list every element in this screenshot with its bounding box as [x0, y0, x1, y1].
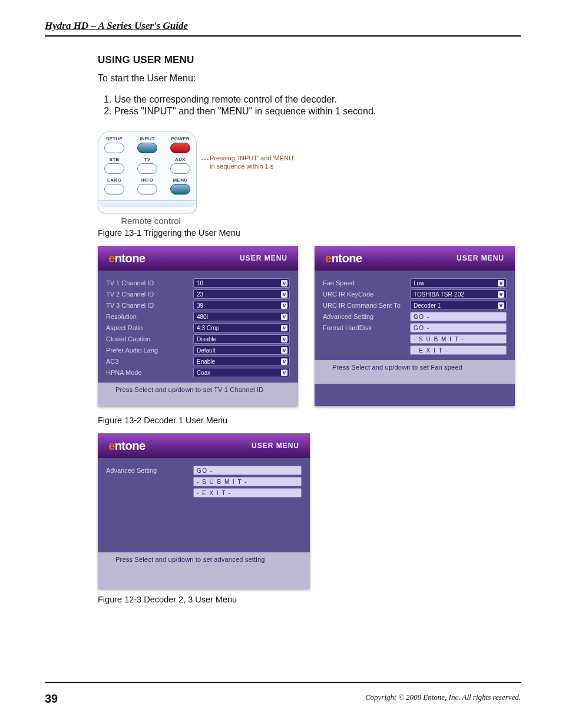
chevron-down-icon[interactable]: v	[281, 358, 287, 365]
chevron-down-icon[interactable]: v	[281, 291, 287, 298]
page-number: 39	[45, 692, 58, 706]
chevron-down-icon[interactable]: v	[498, 291, 504, 298]
user-menu-button[interactable]: - S U B M I T -	[193, 477, 302, 486]
user-menu-label: Format HardDisk	[323, 324, 404, 331]
user-menu-panel-3: entone USER MENU Advanced SettingGO -- S…	[98, 433, 310, 589]
chevron-down-icon[interactable]: v	[281, 314, 287, 320]
user-menu-row: Advanced SettingGO -	[106, 466, 302, 475]
chevron-down-icon[interactable]: v	[281, 370, 287, 376]
figure-caption: Figure 13-2 Decoder 1 User Menu	[98, 416, 515, 425]
user-menu-field[interactable]: 10v	[193, 278, 290, 288]
user-menu-field[interactable]: 39v	[193, 301, 290, 310]
footer-rule	[45, 682, 521, 683]
user-menu-row: - E X I T -	[323, 345, 507, 355]
power-button[interactable]	[170, 143, 190, 153]
remote-label: MENU	[173, 177, 188, 183]
chevron-down-icon[interactable]: v	[281, 325, 287, 331]
user-menu-row: Advanced SettingGO -	[323, 312, 507, 321]
user-menu-value: 23	[197, 291, 203, 298]
user-menu-label: Fan Speed	[323, 279, 404, 286]
user-menu-button[interactable]: GO -	[193, 466, 302, 475]
figure-caption: Figure 13-1 Triggering the User Menu	[98, 228, 515, 238]
user-menu-value: Disable	[197, 336, 216, 342]
user-menu-help: Press Select and up/down to set advanced…	[98, 552, 310, 589]
user-menu-value: Enable	[197, 358, 215, 365]
remote-label: AUX	[175, 157, 186, 162]
user-menu-button[interactable]: - E X I T -	[193, 488, 302, 498]
aux-button[interactable]	[170, 163, 190, 174]
section-intro: To start the User Menu:	[98, 73, 515, 84]
remote-label: INFO	[141, 177, 153, 183]
user-menu-value: Default	[197, 347, 216, 354]
remote-note: Pressing 'INPUT' and 'MENU' in sequence …	[210, 154, 298, 171]
user-menu-label: Prefer Audio Lang	[106, 347, 187, 354]
user-menu-help: Press Select and up/down to set Fan spee…	[315, 360, 515, 384]
user-menu-label: URC IR KeyCode	[323, 291, 404, 298]
remote-figure: SETUP INPUT POWER STB TV AUX LANG INFO M…	[98, 131, 515, 226]
user-menu-label: URC IR Command Sent To	[323, 302, 404, 309]
user-menu-field[interactable]: 4:3 Cropv	[193, 323, 290, 332]
user-menu-label: TV 2 Channel ID	[106, 291, 187, 298]
user-menu-row: TV 3 Channel ID39v	[106, 301, 290, 310]
step-item: Use the corresponding remote control of …	[114, 94, 515, 105]
tv-button[interactable]	[137, 163, 157, 174]
user-menu-value: 10	[197, 280, 203, 286]
remote-row: LANG INFO MENU	[104, 177, 190, 195]
user-menu-value: 4:3 Crop	[197, 325, 219, 331]
user-menu-field[interactable]: Decoder 1v	[410, 301, 507, 310]
user-menu-field[interactable]: 480iv	[193, 312, 290, 321]
user-menu-value: Coax	[197, 370, 210, 376]
user-menu-rows: TV 1 Channel ID10vTV 2 Channel ID23vTV 3…	[98, 271, 298, 383]
user-menu-value: 480i	[197, 314, 208, 320]
chevron-down-icon[interactable]: v	[281, 347, 287, 354]
user-menu-button[interactable]: GO -	[410, 323, 507, 332]
remote-label: POWER	[171, 136, 190, 141]
chevron-down-icon[interactable]: v	[281, 336, 287, 342]
copyright: Copyright © 2008 Entone, Inc. All rights…	[365, 693, 521, 702]
setup-button[interactable]	[104, 143, 124, 153]
user-menu-button[interactable]: - E X I T -	[410, 345, 507, 355]
info-button[interactable]	[137, 184, 157, 195]
entone-logo: entone	[108, 252, 146, 265]
user-menu-row: TV 2 Channel ID23v	[106, 289, 290, 299]
user-menu-rows: Fan SpeedLowvURC IR KeyCodeTOSHIBA TSR-2…	[315, 271, 515, 360]
lang-button[interactable]	[104, 184, 124, 195]
user-menu-row: - S U B M I T -	[106, 477, 302, 486]
user-menu-row: Closed CaptionDisablev	[106, 334, 290, 344]
chevron-down-icon[interactable]: v	[281, 302, 287, 309]
user-menu-rows: Advanced SettingGO -- S U B M I T -- E X…	[98, 458, 310, 552]
user-menu-button[interactable]: GO -	[410, 312, 507, 321]
step-item: Press "INPUT" and then "MENU" in sequenc…	[114, 106, 515, 117]
user-menu-panel-2: entone USER MENU Fan SpeedLowvURC IR Key…	[315, 246, 515, 406]
user-menu-field[interactable]: TOSHIBA TSR-202v	[410, 289, 507, 299]
user-menu-button[interactable]: - S U B M I T -	[410, 334, 507, 344]
remote-row: SETUP INPUT POWER	[104, 136, 190, 153]
user-menu-row: - S U B M I T -	[323, 334, 507, 344]
user-menu-field[interactable]: Enablev	[193, 357, 290, 366]
user-menu-row: Fan SpeedLowv	[323, 278, 507, 288]
user-menu-field[interactable]: Disablev	[193, 334, 290, 344]
user-menu-row: URC IR Command Sent ToDecoder 1v	[323, 301, 507, 310]
input-button[interactable]	[137, 143, 157, 153]
user-menu-help: Press Select and up/down to set TV 1 Cha…	[98, 383, 298, 406]
chevron-down-icon[interactable]: v	[281, 280, 287, 286]
stb-button[interactable]	[104, 163, 124, 174]
user-menu-label: Closed Caption	[106, 335, 187, 342]
user-menu-row: - E X I T -	[106, 488, 302, 498]
remote-label: INPUT	[140, 136, 155, 141]
user-menu-title: USER MENU	[457, 254, 504, 262]
user-menu-row: Prefer Audio LangDefaultv	[106, 345, 290, 355]
user-menu-header: entone USER MENU	[98, 433, 310, 458]
user-menu-row: Aspect Ratio4:3 Cropv	[106, 323, 290, 332]
user-menu-label: TV 1 Channel ID	[106, 279, 187, 286]
user-menu-field[interactable]: Coaxv	[193, 368, 290, 377]
user-menu-row: Resolution480iv	[106, 312, 290, 321]
chevron-down-icon[interactable]: v	[498, 302, 504, 309]
user-menu-field[interactable]: Lowv	[410, 278, 507, 288]
user-menu-field[interactable]: Defaultv	[193, 345, 290, 355]
menu-button[interactable]	[170, 184, 190, 195]
chevron-down-icon[interactable]: v	[498, 280, 504, 286]
section-heading: USING USER MENU	[98, 54, 515, 66]
user-menu-field[interactable]: 23v	[193, 289, 290, 299]
user-menu-value: 39	[197, 302, 203, 309]
